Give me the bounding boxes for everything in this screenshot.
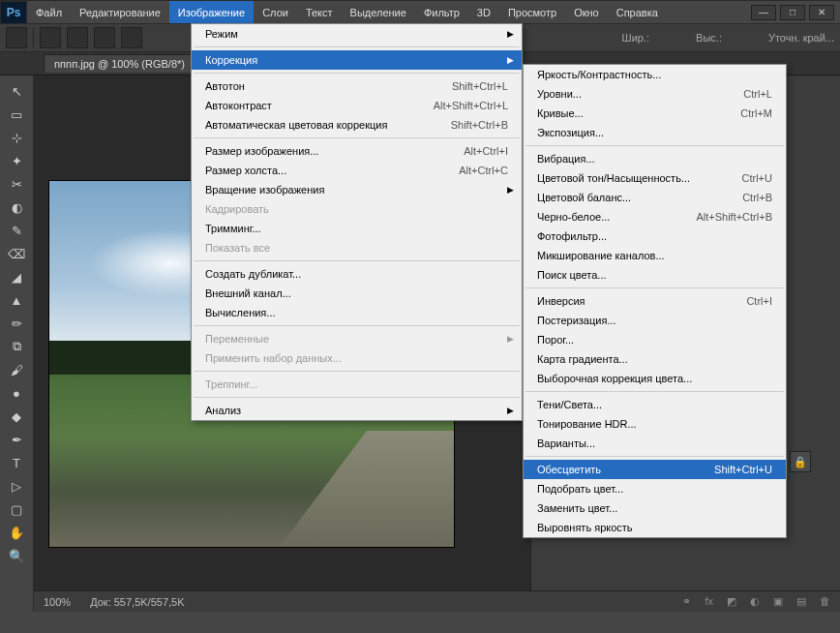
- tool-11[interactable]: ⧉: [4, 336, 29, 357]
- image-menu-item-16[interactable]: Внешний канал...: [192, 284, 522, 303]
- correction-menu-item-3[interactable]: Экспозиция...: [524, 123, 786, 142]
- image-menu-item-15[interactable]: Создать дубликат...: [192, 264, 522, 284]
- image-menu-item-24[interactable]: Анализ▶: [192, 401, 522, 420]
- correction-menu-item-2[interactable]: Кривые...Ctrl+M: [524, 104, 786, 123]
- correction-menu-item-25[interactable]: Заменить цвет...: [524, 498, 786, 518]
- correction-menu-item-20[interactable]: Тонирование HDR...: [524, 414, 786, 434]
- tool-2[interactable]: ⊹: [4, 127, 29, 148]
- correction-menu-item-9[interactable]: Фотофильтр...: [524, 226, 786, 246]
- image-menu-separator: [194, 137, 520, 138]
- correction-menu-item-17[interactable]: Выборочная коррекция цвета...: [524, 369, 786, 388]
- correction-menu-item-24[interactable]: Подобрать цвет...: [524, 479, 786, 498]
- correction-menu-item-label: Фотофильтр...: [537, 230, 772, 242]
- minimize-button[interactable]: —: [751, 5, 776, 20]
- adjustment-icon[interactable]: ◐: [750, 595, 760, 608]
- tool-4[interactable]: ✂: [4, 173, 29, 195]
- image-menu-item-0[interactable]: Режим▶: [192, 24, 522, 44]
- correction-menu-item-16[interactable]: Карта градиента...: [524, 349, 786, 369]
- tool-9[interactable]: ▲: [4, 289, 29, 311]
- correction-menu-item-shortcut: Ctrl+B: [742, 192, 772, 203]
- image-menu-item-2[interactable]: Коррекция▶: [192, 50, 522, 70]
- correction-menu-item-8[interactable]: Черно-белое...Alt+Shift+Ctrl+B: [524, 207, 786, 226]
- correction-menu-item-shortcut: Ctrl+M: [740, 107, 772, 119]
- correction-menu-item-23[interactable]: ОбесцветитьShift+Ctrl+U: [524, 460, 786, 479]
- correction-menu-item-7[interactable]: Цветовой баланс...Ctrl+B: [524, 188, 786, 207]
- correction-menu-item-19[interactable]: Тени/Света...: [524, 395, 786, 414]
- menu-layers[interactable]: Слои: [254, 1, 297, 23]
- menu-3d[interactable]: 3D: [468, 1, 499, 23]
- correction-menu-item-15[interactable]: Порог...: [524, 330, 786, 349]
- menu-edit[interactable]: Редактирование: [71, 1, 169, 23]
- image-menu-item-12[interactable]: Тримминг...: [192, 219, 522, 238]
- menu-file[interactable]: Файл: [27, 1, 71, 23]
- correction-menu-item-5[interactable]: Вибрация...: [524, 149, 786, 168]
- selection-mode-add-icon[interactable]: [67, 27, 88, 48]
- tool-18[interactable]: ▢: [4, 498, 29, 520]
- correction-menu-item-1[interactable]: Уровни...Ctrl+L: [524, 84, 786, 104]
- menu-text[interactable]: Текст: [297, 1, 342, 23]
- menu-select[interactable]: Выделение: [342, 1, 415, 23]
- correction-menu-item-13[interactable]: ИнверсияCtrl+I: [524, 291, 786, 311]
- tool-0[interactable]: ↖: [4, 80, 29, 102]
- correction-menu-item-11[interactable]: Поиск цвета...: [524, 265, 786, 285]
- tool-10[interactable]: ✏: [4, 313, 29, 334]
- correction-menu-item-shortcut: Ctrl+U: [742, 172, 772, 184]
- correction-menu-item-14[interactable]: Постеризация...: [524, 311, 786, 330]
- refine-edge-button[interactable]: Уточн. край...: [768, 32, 834, 44]
- image-menu-item-4[interactable]: АвтотонShift+Ctrl+L: [192, 76, 522, 96]
- menu-image[interactable]: Изображение: [169, 1, 254, 23]
- menu-window[interactable]: Окно: [565, 1, 608, 23]
- image-menu-separator: [194, 260, 520, 261]
- selection-mode-intersect-icon[interactable]: [121, 27, 142, 48]
- new-layer-icon[interactable]: ▤: [796, 595, 806, 608]
- image-menu-item-10[interactable]: Вращение изображения▶: [192, 180, 522, 199]
- tool-19[interactable]: ✋: [4, 522, 29, 543]
- correction-menu-item-label: Тени/Света...: [537, 399, 772, 410]
- image-menu-item-6[interactable]: Автоматическая цветовая коррекцияShift+C…: [192, 115, 522, 135]
- image-menu-item-19: Переменные▶: [192, 329, 522, 348]
- tool-16[interactable]: T: [4, 452, 29, 473]
- menu-help[interactable]: Справка: [608, 1, 667, 23]
- image-menu-item-17[interactable]: Вычисления...: [192, 303, 522, 322]
- correction-menu-item-10[interactable]: Микширование каналов...: [524, 246, 786, 265]
- image-menu-item-label: Вращение изображения: [205, 184, 508, 196]
- tool-7[interactable]: ⌫: [4, 243, 29, 264]
- tool-3[interactable]: ✦: [4, 150, 29, 171]
- close-button[interactable]: ✕: [809, 5, 834, 20]
- correction-menu-item-0[interactable]: Яркость/Контрастность...: [524, 65, 786, 84]
- tool-15[interactable]: ✒: [4, 429, 29, 450]
- correction-menu-item-26[interactable]: Выровнять яркость: [524, 518, 786, 537]
- tool-12[interactable]: 🖌: [4, 359, 29, 380]
- tool-14[interactable]: ◆: [4, 406, 29, 427]
- fx-icon[interactable]: fx: [705, 595, 713, 608]
- tool-13[interactable]: ●: [4, 382, 29, 404]
- selection-mode-new-icon[interactable]: [40, 27, 61, 48]
- tool-20[interactable]: 🔍: [4, 545, 29, 566]
- tool-17[interactable]: ▷: [4, 475, 29, 497]
- document-tab[interactable]: nпnп.jpg @ 100% (RGB/8*): [44, 54, 195, 73]
- image-menu-item-5[interactable]: АвтоконтрастAlt+Shift+Ctrl+L: [192, 96, 522, 115]
- correction-menu-item-6[interactable]: Цветовой тон/Насыщенность...Ctrl+U: [524, 168, 786, 188]
- lock-icon[interactable]: 🔒: [790, 451, 811, 472]
- maximize-button[interactable]: □: [780, 5, 805, 20]
- link-icon[interactable]: ⚭: [682, 595, 691, 608]
- menu-filter[interactable]: Фильтр: [415, 1, 468, 23]
- trash-icon[interactable]: 🗑: [820, 595, 830, 608]
- tool-8[interactable]: ◢: [4, 266, 29, 287]
- correction-menu-item-21[interactable]: Варианты...: [524, 434, 786, 453]
- tool-5[interactable]: ◐: [4, 196, 29, 218]
- image-menu-item-label: Тримминг...: [205, 223, 508, 234]
- tool-preset-icon[interactable]: [6, 27, 27, 48]
- height-label: Выс.:: [696, 32, 722, 44]
- group-icon[interactable]: ▣: [773, 595, 783, 608]
- image-menu-item-8[interactable]: Размер изображения...Alt+Ctrl+I: [192, 141, 522, 161]
- tool-6[interactable]: ✎: [4, 220, 29, 241]
- image-menu-item-label: Режим: [205, 28, 508, 40]
- menu-view[interactable]: Просмотр: [499, 1, 565, 23]
- mask-icon[interactable]: ◩: [727, 595, 736, 608]
- zoom-level[interactable]: 100%: [44, 596, 71, 608]
- image-menu-separator: [194, 371, 520, 372]
- tool-1[interactable]: ▭: [4, 104, 29, 125]
- selection-mode-subtract-icon[interactable]: [94, 27, 115, 48]
- image-menu-item-9[interactable]: Размер холста...Alt+Ctrl+C: [192, 161, 522, 180]
